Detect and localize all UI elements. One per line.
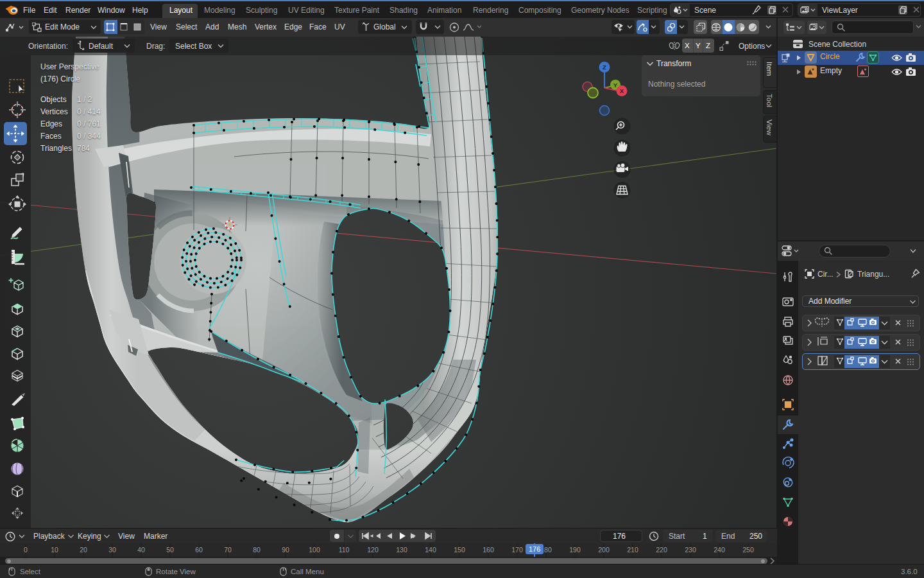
svg-text:220: 220 bbox=[656, 546, 667, 554]
svg-text:210: 210 bbox=[627, 546, 638, 554]
svg-text:110: 110 bbox=[339, 546, 350, 554]
svg-text:120: 120 bbox=[367, 546, 379, 554]
svg-text:160: 160 bbox=[483, 546, 494, 554]
svg-text:130: 130 bbox=[396, 546, 407, 554]
svg-text:140: 140 bbox=[425, 546, 436, 554]
svg-text:70: 70 bbox=[224, 546, 232, 554]
svg-text:60: 60 bbox=[195, 546, 203, 554]
svg-text:250: 250 bbox=[742, 546, 754, 554]
svg-text:230: 230 bbox=[685, 546, 696, 554]
svg-text:200: 200 bbox=[598, 546, 610, 554]
svg-text:30: 30 bbox=[108, 546, 116, 554]
svg-text:100: 100 bbox=[309, 546, 320, 554]
svg-text:0: 0 bbox=[24, 546, 28, 554]
svg-text:240: 240 bbox=[714, 546, 725, 554]
svg-text:50: 50 bbox=[166, 546, 174, 554]
svg-text:10: 10 bbox=[51, 546, 58, 554]
svg-text:190: 190 bbox=[569, 546, 581, 554]
svg-text:150: 150 bbox=[454, 546, 465, 554]
svg-text:Y: Y bbox=[613, 82, 618, 89]
svg-text:20: 20 bbox=[80, 546, 87, 554]
svg-text:40: 40 bbox=[137, 546, 145, 554]
svg-text:X: X bbox=[620, 87, 624, 94]
svg-text:170: 170 bbox=[511, 546, 523, 554]
svg-text:80: 80 bbox=[253, 546, 261, 554]
svg-text:Z: Z bbox=[603, 64, 606, 71]
svg-text:90: 90 bbox=[282, 546, 289, 554]
